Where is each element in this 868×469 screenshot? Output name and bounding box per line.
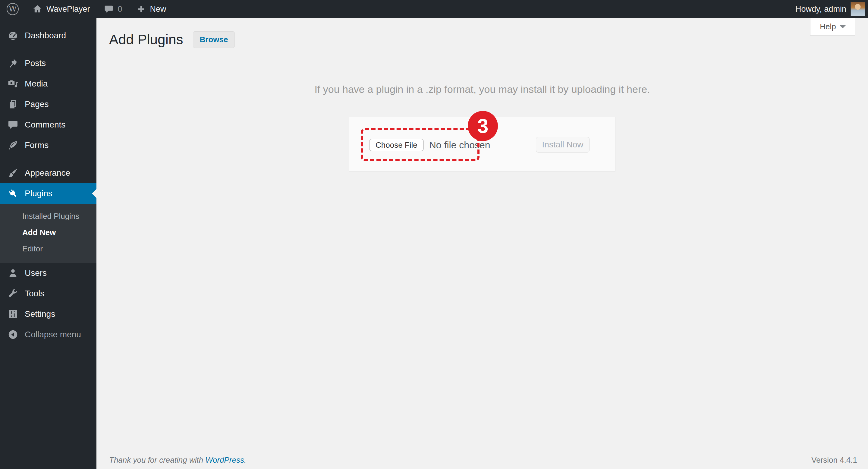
install-now-button[interactable]: Install Now — [536, 137, 590, 153]
sidebar-item-label: Tools — [25, 289, 44, 299]
dashboard-icon — [7, 29, 19, 42]
sidebar-item-posts[interactable]: Posts — [0, 53, 96, 73]
footer: Thank you for creating with WordPress. V… — [96, 456, 868, 465]
new-content-menu[interactable]: New — [129, 0, 173, 18]
sidebar-item-forms[interactable]: Forms — [0, 135, 96, 156]
file-input-row: Choose File No file chosen — [369, 137, 490, 153]
howdy-label: Howdy, admin — [795, 4, 846, 14]
new-label: New — [150, 4, 166, 14]
help-tab[interactable]: Help — [810, 18, 855, 36]
sidebar-item-users[interactable]: Users — [0, 263, 96, 283]
sidebar-item-label: Settings — [25, 309, 55, 319]
menu-separator — [0, 46, 96, 53]
submenu-item-editor[interactable]: Editor — [0, 241, 96, 257]
file-status-text: No file chosen — [429, 139, 490, 151]
collapse-icon — [7, 328, 19, 341]
browse-button[interactable]: Browse — [193, 31, 235, 48]
sidebar-item-comments[interactable]: Comments — [0, 115, 96, 135]
wordpress-logo-icon — [7, 3, 19, 15]
chevron-down-icon — [840, 25, 846, 31]
plus-icon — [135, 4, 147, 14]
sidebar-item-label: Forms — [25, 140, 49, 150]
sidebar-item-label: Plugins — [25, 189, 53, 198]
wordpress-link[interactable]: WordPress. — [205, 456, 246, 465]
admin-sidebar: DashboardPostsMediaPagesCommentsFormsApp… — [0, 18, 96, 469]
submenu-item-add-new[interactable]: Add New — [0, 224, 96, 241]
upload-plugin-panel: Choose File No file chosen Install Now 3 — [349, 117, 615, 171]
my-account-menu[interactable]: Howdy, admin — [789, 0, 868, 18]
plugins-submenu: Installed PluginsAdd NewEditor — [0, 204, 96, 263]
sidebar-item-appearance[interactable]: Appearance — [0, 163, 96, 183]
brush-icon — [7, 167, 19, 179]
sidebar-item-label: Posts — [25, 59, 46, 68]
comments-menu[interactable]: 0 — [97, 0, 129, 18]
admin-bar: WavePlayer 0 New Howdy, admin — [0, 0, 868, 18]
sidebar-item-label: Media — [25, 79, 48, 89]
annotation-step-badge: 3 — [468, 111, 498, 141]
footer-thanks: Thank you for creating with WordPress. — [109, 456, 246, 465]
comment-bubble-icon — [103, 4, 114, 14]
upload-instructions: If you have a plugin in a .zip format, y… — [96, 84, 868, 95]
avatar — [850, 2, 865, 16]
version-label: Version 4.4.1 — [811, 456, 857, 465]
plugin-icon — [7, 187, 19, 200]
title-row: Add Plugins Browse — [96, 18, 868, 48]
sidebar-item-collapse-menu[interactable]: Collapse menu — [0, 324, 96, 345]
main-content: Help Add Plugins Browse If you have a pl… — [96, 18, 868, 469]
sidebar-item-media[interactable]: Media — [0, 73, 96, 94]
sidebar-item-label: Dashboard — [25, 31, 66, 40]
menu-separator — [0, 156, 96, 163]
wp-logo-menu[interactable] — [0, 0, 25, 18]
pushpin-icon — [7, 57, 19, 70]
sidebar-item-label: Users — [25, 268, 47, 278]
site-name-label: WavePlayer — [46, 4, 90, 14]
comment-count: 0 — [118, 4, 122, 14]
feather-icon — [7, 139, 19, 152]
sidebar-item-tools[interactable]: Tools — [0, 283, 96, 304]
settings-icon — [7, 308, 19, 320]
user-icon — [7, 267, 19, 279]
pages-icon — [7, 98, 19, 111]
media-icon — [7, 77, 19, 90]
sidebar-item-label: Collapse menu — [25, 330, 81, 339]
sidebar-item-pages[interactable]: Pages — [0, 94, 96, 115]
sidebar-item-settings[interactable]: Settings — [0, 304, 96, 324]
choose-file-button[interactable]: Choose File — [369, 139, 424, 151]
wrench-icon — [7, 287, 19, 300]
sidebar-item-label: Appearance — [25, 168, 70, 178]
sidebar-item-label: Comments — [25, 120, 65, 130]
home-icon — [32, 4, 43, 14]
sidebar-item-plugins[interactable]: Plugins — [0, 183, 96, 204]
page-title: Add Plugins — [109, 31, 183, 48]
submenu-item-installed-plugins[interactable]: Installed Plugins — [0, 208, 96, 224]
sidebar-item-dashboard[interactable]: Dashboard — [0, 25, 96, 46]
footer-thanks-text: Thank you for creating with — [109, 456, 205, 465]
sidebar-item-label: Pages — [25, 99, 49, 109]
comment-icon — [7, 119, 19, 131]
help-label: Help — [820, 22, 836, 31]
site-name-menu[interactable]: WavePlayer — [25, 0, 97, 18]
